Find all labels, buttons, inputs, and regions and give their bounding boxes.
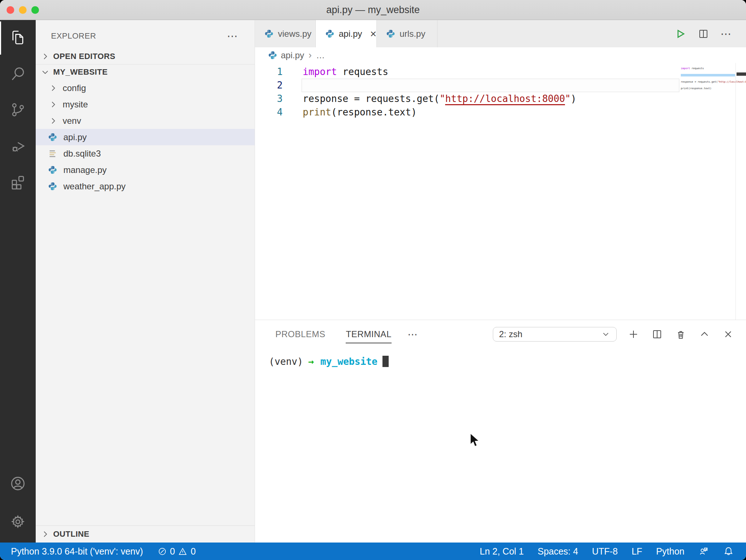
activity-source-control[interactable] bbox=[0, 92, 36, 128]
encoding-status[interactable]: UTF-8 bbox=[592, 546, 618, 557]
code-line-4: 4 print(response.text) bbox=[255, 106, 746, 119]
tab-views-py[interactable]: views.py bbox=[255, 20, 316, 47]
tab-label: urls.py bbox=[400, 29, 425, 39]
terminal-output[interactable]: (venv) → my_website bbox=[255, 348, 746, 367]
panel-header: PROBLEMS TERMINAL ⋯ 2: zsh bbox=[255, 320, 746, 348]
chevron-right-icon bbox=[49, 84, 59, 92]
minimap-current-line bbox=[681, 74, 735, 76]
activity-bar bbox=[0, 20, 36, 543]
file-row-mysite[interactable]: mysite bbox=[36, 96, 255, 113]
tab-label: api.py bbox=[339, 29, 362, 39]
notifications-bell-icon[interactable] bbox=[723, 546, 734, 557]
split-terminal-icon[interactable] bbox=[651, 328, 663, 340]
chevron-down-icon bbox=[601, 330, 610, 339]
file-row-api.py[interactable]: api.py bbox=[36, 129, 255, 145]
warning-count: 0 bbox=[191, 546, 196, 557]
status-bar: Python 3.9.0 64-bit ('venv': venv) 0 0 L… bbox=[0, 543, 746, 560]
close-window-button[interactable] bbox=[7, 6, 14, 14]
traffic-lights bbox=[7, 6, 39, 14]
title-bar: api.py — my_website bbox=[0, 0, 746, 20]
overview-ruler[interactable] bbox=[735, 63, 746, 320]
error-icon bbox=[158, 547, 167, 556]
panel-more-actions[interactable]: ⋯ bbox=[408, 328, 419, 340]
file-name: api.py bbox=[63, 132, 87, 142]
minimap[interactable]: import requests response = requests.get(… bbox=[681, 63, 735, 320]
tab-api-py[interactable]: api.py × bbox=[316, 20, 377, 47]
file-name: weather_app.py bbox=[63, 181, 126, 192]
error-count: 0 bbox=[170, 546, 175, 557]
terminal-shell-select[interactable]: 2: zsh bbox=[493, 327, 617, 342]
account-icon bbox=[9, 475, 27, 494]
tab-urls-py[interactable]: urls.py bbox=[377, 20, 437, 47]
python-file-icon bbox=[268, 51, 277, 60]
eol-status[interactable]: LF bbox=[632, 546, 642, 557]
search-icon bbox=[9, 65, 26, 83]
split-editor-button[interactable] bbox=[698, 28, 709, 40]
file-row-venv[interactable]: venv bbox=[36, 113, 255, 129]
new-terminal-icon[interactable] bbox=[628, 328, 639, 340]
file-row-db.sqlite3[interactable]: db.sqlite3 bbox=[36, 145, 255, 162]
close-panel-icon[interactable] bbox=[722, 328, 734, 340]
file-name: config bbox=[63, 83, 86, 93]
tab-terminal[interactable]: TERMINAL bbox=[346, 320, 391, 348]
file-name: mysite bbox=[63, 99, 88, 110]
open-editors-label: OPEN EDITORS bbox=[53, 52, 115, 61]
problems-status[interactable]: 0 0 bbox=[158, 546, 196, 557]
activity-search[interactable] bbox=[0, 56, 36, 92]
line-number: 4 bbox=[255, 106, 284, 119]
workspace-root[interactable]: MY_WEBSITE bbox=[36, 64, 255, 80]
minimize-window-button[interactable] bbox=[19, 6, 27, 14]
activity-explorer[interactable] bbox=[0, 20, 36, 56]
file-tree: configmysitevenvapi.pydb.sqlite3manage.p… bbox=[36, 80, 255, 194]
file-row-manage.py[interactable]: manage.py bbox=[36, 162, 255, 178]
file-name: db.sqlite3 bbox=[63, 149, 101, 159]
run-debug-icon bbox=[9, 137, 26, 155]
url-link[interactable]: http://localhost:8000 bbox=[445, 93, 565, 105]
outline-section[interactable]: OUTLINE bbox=[36, 525, 255, 543]
chevron-right-icon bbox=[49, 100, 59, 109]
chevron-right-icon bbox=[49, 117, 59, 125]
settings-button[interactable] bbox=[0, 504, 36, 540]
file-row-config[interactable]: config bbox=[36, 80, 255, 96]
sidebar-title: EXPLORER bbox=[51, 31, 96, 41]
breadcrumb-symbol[interactable]: … bbox=[316, 50, 325, 60]
language-mode-status[interactable]: Python bbox=[656, 546, 684, 557]
code-line-3: 3 response = requests.get("http://localh… bbox=[255, 92, 746, 106]
run-python-file-button[interactable] bbox=[675, 28, 686, 40]
outline-label: OUTLINE bbox=[53, 529, 89, 539]
tab-label: views.py bbox=[278, 29, 311, 39]
tab-problems[interactable]: PROBLEMS bbox=[275, 320, 325, 348]
explorer-more-actions[interactable]: ⋯ bbox=[227, 29, 239, 42]
kill-terminal-icon[interactable] bbox=[675, 328, 687, 340]
maximize-panel-icon[interactable] bbox=[699, 328, 710, 340]
open-editors-section[interactable]: OPEN EDITORS bbox=[36, 49, 255, 64]
activity-run-debug[interactable] bbox=[0, 128, 36, 164]
code-editor[interactable]: 1 import requests 2 3 response = request… bbox=[255, 63, 746, 320]
extensions-icon bbox=[9, 173, 26, 192]
zoom-window-button[interactable] bbox=[31, 6, 39, 14]
file-name: manage.py bbox=[63, 165, 107, 175]
python-file-icon bbox=[48, 165, 58, 174]
breadcrumb-separator: › bbox=[309, 50, 312, 61]
gear-icon bbox=[9, 513, 27, 532]
cursor-position-status[interactable]: Ln 2, Col 1 bbox=[480, 546, 524, 557]
activity-extensions[interactable] bbox=[0, 164, 36, 200]
indentation-status[interactable]: Spaces: 4 bbox=[538, 546, 578, 557]
accounts-button[interactable] bbox=[0, 466, 36, 502]
shell-select-value: 2: zsh bbox=[499, 329, 522, 339]
line-number: 1 bbox=[255, 65, 284, 79]
python-interpreter-status[interactable]: Python 3.9.0 64-bit ('venv': venv) bbox=[11, 546, 143, 557]
breadcrumb-file[interactable]: api.py bbox=[281, 50, 304, 60]
window-title: api.py — my_website bbox=[326, 4, 420, 16]
editor-more-actions[interactable]: ⋯ bbox=[721, 28, 732, 40]
python-file-icon bbox=[48, 133, 58, 142]
feedback-icon[interactable] bbox=[698, 546, 709, 557]
database-file-icon bbox=[48, 149, 58, 158]
close-tab-icon[interactable]: × bbox=[370, 28, 377, 39]
warning-icon bbox=[178, 547, 187, 556]
chevron-right-icon bbox=[41, 530, 50, 539]
file-row-weather_app.py[interactable]: weather_app.py bbox=[36, 178, 255, 194]
breadcrumb[interactable]: api.py › … bbox=[255, 47, 746, 63]
code-line-2: 2 bbox=[255, 79, 746, 92]
terminal-cursor bbox=[382, 356, 389, 367]
